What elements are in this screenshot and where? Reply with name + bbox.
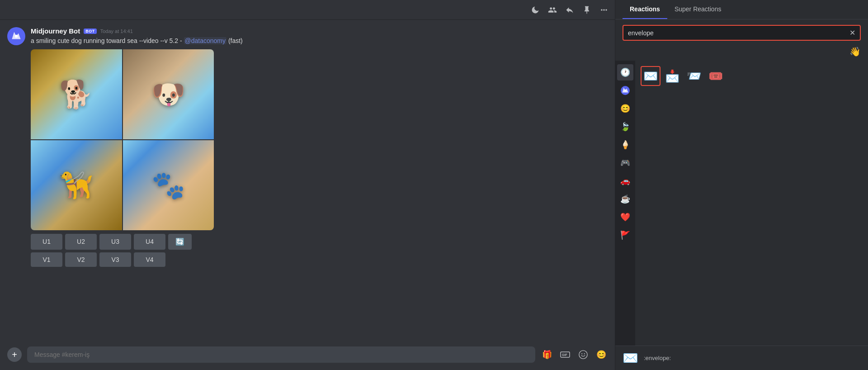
category-food[interactable]: 🍦	[617, 137, 633, 153]
emoji-search-input[interactable]	[628, 29, 846, 37]
picker-body: 🕐 😊 🍃 🍦 🎮 🚗 ☕ ❤️ 🚩 ✉️ 📩 📨 �	[615, 61, 868, 346]
image-grid: 🐕 🐶 🦮 🐾	[31, 49, 214, 230]
search-clear-icon[interactable]: ✕	[849, 28, 855, 37]
action-buttons: U1 U2 U3 U4 🔄 V1 V2 V3 V4	[31, 234, 608, 267]
emoji-picker-panel: Reactions Super Reactions ✕ 👋 🕐 😊 🍃	[615, 0, 868, 370]
v1-button[interactable]: V1	[31, 252, 62, 267]
emoji-content: ✉️ 📩 📨 🎟️	[635, 61, 868, 346]
emoji-icon[interactable]: 😊	[595, 348, 608, 361]
pin-icon[interactable]	[580, 3, 594, 17]
category-nature[interactable]: 🍃	[617, 119, 633, 135]
picker-tabs: Reactions Super Reactions	[615, 0, 868, 19]
message-timestamp: Today at 14:41	[100, 28, 133, 34]
message-input[interactable]	[27, 346, 535, 363]
waving-hand-icon[interactable]: 👋	[849, 46, 861, 57]
mention[interactable]: @dataconomy	[184, 37, 226, 44]
u3-button[interactable]: U3	[99, 234, 131, 250]
svg-point-8	[624, 90, 626, 91]
tab-super-reactions[interactable]: Super Reactions	[667, 0, 729, 19]
category-smileys[interactable]: 😊	[617, 100, 633, 117]
v3-button[interactable]: V3	[99, 252, 131, 267]
input-area: + 🎁 GIF 😊	[0, 343, 615, 370]
category-custom[interactable]	[617, 82, 633, 99]
category-activities[interactable]: 🎮	[617, 155, 633, 171]
preview-emoji-name: :envelope:	[644, 355, 671, 361]
category-travel[interactable]: 🚗	[617, 173, 633, 189]
u2-button[interactable]: U2	[65, 234, 97, 250]
user-add-icon[interactable]	[545, 3, 560, 17]
add-button[interactable]: +	[7, 347, 22, 362]
search-box: ✕	[623, 25, 861, 41]
image-cell-3: 🦮	[31, 140, 122, 230]
picker-preview: ✉️ :envelope:	[615, 346, 868, 370]
preview-emoji-icon: ✉️	[623, 351, 638, 365]
emoji-incoming-envelope[interactable]: 📨	[684, 66, 704, 86]
bot-name: Midjourney Bot	[31, 27, 80, 35]
v2-button[interactable]: V2	[65, 252, 97, 267]
picker-search-container: ✕	[615, 19, 868, 46]
u4-button[interactable]: U4	[134, 234, 165, 250]
avatar	[7, 27, 25, 45]
moon-icon[interactable]	[528, 3, 542, 17]
v4-button[interactable]: V4	[134, 252, 165, 267]
button-row-2: V1 V2 V3 V4	[31, 252, 608, 267]
image-cell-1: 🐕	[31, 49, 122, 139]
tab-reactions[interactable]: Reactions	[623, 0, 667, 19]
message-container: Midjourney Bot BOT Today at 14:41 a smil…	[7, 27, 608, 343]
svg-point-6	[584, 353, 585, 354]
message-text: a smiling cute dog running toward sea --…	[31, 37, 608, 46]
svg-point-4	[579, 351, 587, 359]
message-content: Midjourney Bot BOT Today at 14:41 a smil…	[31, 27, 608, 343]
chat-main: Midjourney Bot BOT Today at 14:41 a smil…	[0, 20, 615, 343]
u1-button[interactable]: U1	[31, 234, 62, 250]
image-cell-2: 🐶	[123, 49, 214, 139]
button-row-1: U1 U2 U3 U4 🔄	[31, 234, 608, 250]
sticker-icon[interactable]	[577, 348, 590, 361]
svg-text:GIF: GIF	[562, 353, 567, 356]
svg-point-5	[581, 353, 582, 354]
message-header: Midjourney Bot BOT Today at 14:41	[31, 27, 608, 35]
category-recent[interactable]: 🕐	[617, 64, 633, 81]
image-cell-4: 🐾	[123, 140, 214, 230]
refresh-button[interactable]: 🔄	[168, 234, 192, 250]
emoji-envelope[interactable]: ✉️	[641, 66, 660, 86]
category-flags[interactable]: 🚩	[617, 227, 633, 243]
category-objects[interactable]: ☕	[617, 191, 633, 207]
svg-point-1	[15, 35, 18, 38]
gif-icon[interactable]: GIF	[559, 348, 571, 361]
more-icon[interactable]	[597, 3, 611, 17]
category-sidebar: 🕐 😊 🍃 🍦 🎮 🚗 ☕ ❤️ 🚩	[615, 61, 635, 346]
top-bar	[0, 0, 615, 20]
emoji-ticket[interactable]: 🎟️	[706, 66, 726, 86]
emoji-results-grid: ✉️ 📩 📨 🎟️	[639, 64, 864, 88]
reply-icon[interactable]	[562, 3, 577, 17]
emoji-envelope-arrow[interactable]: 📩	[662, 66, 682, 86]
category-symbols[interactable]: ❤️	[617, 209, 633, 225]
bot-badge: BOT	[84, 28, 97, 34]
gift-icon[interactable]: 🎁	[541, 348, 553, 361]
